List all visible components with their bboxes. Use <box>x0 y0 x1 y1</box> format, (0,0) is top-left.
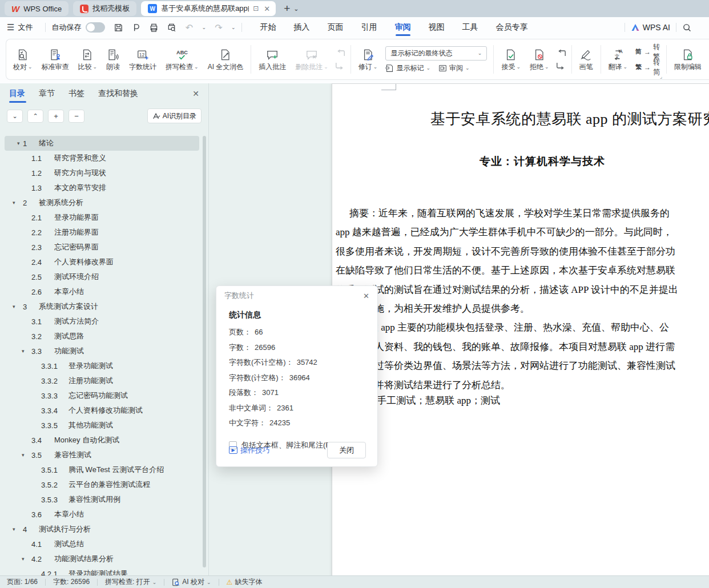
undo-icon[interactable]: ↶ <box>184 22 194 33</box>
tab-close-icon[interactable]: ✕ <box>263 5 271 13</box>
menu-tools[interactable]: 工具 <box>462 17 478 38</box>
tips-link[interactable]: ▶ 操作技巧 <box>229 445 270 456</box>
toc-item[interactable]: 3.5.3兼容性测试用例 <box>0 492 202 507</box>
toc-item[interactable]: 3.3.3忘记密码功能测试 <box>0 388 202 403</box>
menu-review[interactable]: 审阅 <box>395 17 411 38</box>
undo-chevron-icon[interactable]: ⌄ <box>202 25 206 30</box>
ai-polish-button[interactable]: AI 全文润色 <box>203 46 248 73</box>
insert-comment-button[interactable]: 插入批注 <box>254 46 291 73</box>
compare-button[interactable]: 比较⌄ <box>74 46 102 73</box>
status-word-count[interactable]: 字数: 26596 <box>53 577 90 587</box>
toc-item[interactable]: 4.2.1登录功能测试结果 <box>0 566 202 575</box>
to-simplified-button[interactable]: 繁→ 转简 <box>635 61 660 74</box>
markup-state-select[interactable]: 显示标记的最终状态⌄ <box>385 46 487 61</box>
collapse-triangle-icon[interactable]: ▾ <box>13 304 15 309</box>
show-markup-button[interactable]: 显示标记⌄ <box>385 63 430 73</box>
standard-review-button[interactable]: 标准审查 <box>37 46 74 73</box>
toc-item[interactable]: 3.3.4个人资料修改功能测试 <box>0 403 202 418</box>
new-tab-button[interactable]: + <box>284 2 290 15</box>
spell-check-button[interactable]: ABC 拼写检查⌄ <box>161 46 203 73</box>
next-change-icon[interactable] <box>556 61 566 70</box>
toc-item[interactable]: 2.1登录功能界面 <box>0 210 202 225</box>
delete-comment-button[interactable]: 删除批注⌄ <box>291 46 333 73</box>
collapse-triangle-icon[interactable]: ▾ <box>22 348 25 354</box>
status-spellcheck[interactable]: 拼写检查: 打开⌄ <box>105 577 156 587</box>
pane-tab-contents[interactable]: 目录 <box>9 83 25 104</box>
toc-item[interactable]: 2.3忘记密码界面 <box>0 240 202 255</box>
collapse-triangle-icon[interactable]: ▾ <box>13 200 15 206</box>
toc-item[interactable]: 3.5.2云平台的兼容性测试流程 <box>0 477 202 492</box>
toc-item[interactable]: ▾1绪论 <box>5 136 199 151</box>
toc-item[interactable]: 1.1研究背景和意义 <box>0 151 202 166</box>
status-missing-font[interactable]: ⚠ 缺失字体 <box>227 577 263 587</box>
word-count-button[interactable]: 12 字数统计 <box>124 46 161 73</box>
toc-item[interactable]: ▾2被测系统分析 <box>0 195 202 210</box>
close-button[interactable]: 关闭 <box>327 442 366 458</box>
toc-item[interactable]: ▾4.2功能测试结果分析 <box>0 551 202 566</box>
quickbar-chevron-icon[interactable]: ⌄ <box>231 25 236 30</box>
tab-docer-templates[interactable]: 找稻壳模板 <box>73 1 136 16</box>
toc-item[interactable]: 2.5测试环境介绍 <box>0 269 202 284</box>
search-icon[interactable] <box>682 23 692 33</box>
pane-tab-chapters[interactable]: 章节 <box>39 83 55 104</box>
toc-item[interactable]: 2.6本章小结 <box>0 284 202 299</box>
read-aloud-button[interactable]: 朗读 <box>102 46 124 73</box>
toc-item[interactable]: 3.3.5其他功能测试 <box>0 418 202 433</box>
toc-item[interactable]: 4.1测试总结 <box>0 537 202 551</box>
toc-item[interactable]: ▾3.3功能测试 <box>0 344 202 359</box>
status-ai-proofread[interactable]: AI 校对⌄ <box>172 577 211 587</box>
toc-item[interactable]: ▾3系统测试方案设计 <box>0 299 202 314</box>
toc-expand-button[interactable]: ⌄ <box>7 110 23 123</box>
group-expand-icon[interactable]: ⌟ <box>660 74 662 79</box>
menu-reference[interactable]: 引用 <box>361 17 377 38</box>
toc-item[interactable]: 1.2研究方向与现状 <box>0 166 202 180</box>
toc-collapse-button[interactable]: ⌃ <box>27 110 43 123</box>
toc-item[interactable]: 3.2测试思路 <box>0 329 202 344</box>
dialog-close-icon[interactable]: ✕ <box>363 292 369 300</box>
toc-zoom-in-button[interactable]: + <box>48 110 64 123</box>
document-permission-button[interactable]: 文档 <box>706 46 709 73</box>
translate-button[interactable]: 文A 翻译⌄ <box>604 46 633 73</box>
toc-item[interactable]: 3.4Monkey 自动化测试 <box>0 433 202 448</box>
tab-wps-office[interactable]: W WPS Office <box>5 1 69 16</box>
tab-preview-icon[interactable]: ⊡ <box>253 5 259 13</box>
save-icon[interactable] <box>113 22 123 33</box>
toc-item[interactable]: 2.4个人资料修改界面 <box>0 255 202 269</box>
to-traditional-button[interactable]: 简→ 转繁 <box>635 46 660 58</box>
document-page[interactable]: 基于安卓系统的慧易联 app 的测试方案研究 专业：计算机科学与技术 摘要：近年… <box>332 83 709 575</box>
toc-item[interactable]: 3.6本章小结 <box>0 507 202 522</box>
print-preview-icon[interactable] <box>166 22 176 33</box>
reject-button[interactable]: 拒绝⌄ <box>525 46 554 73</box>
toc-zoom-out-button[interactable]: − <box>69 110 84 123</box>
collapse-triangle-icon[interactable]: ▾ <box>22 556 25 562</box>
hamburger-icon[interactable]: ☰ <box>7 22 14 33</box>
collapse-triangle-icon[interactable]: ▾ <box>13 526 15 532</box>
next-comment-icon[interactable] <box>335 61 345 70</box>
restrict-editing-button[interactable]: 限制编辑 <box>670 46 706 73</box>
file-menu[interactable]: 文件 <box>18 22 33 33</box>
toc-item[interactable]: 2.2注册功能界面 <box>0 225 202 240</box>
wps-ai-button[interactable]: WPS AI <box>631 23 670 32</box>
tab-document[interactable]: W 基于安卓系统的慧易联app的 ⊡ ✕ <box>141 1 276 16</box>
toc-item[interactable]: ▾3.5兼容性测试 <box>0 448 202 462</box>
toc-item[interactable]: ▾4测试执行与分析 <box>0 522 202 537</box>
export-pdf-icon[interactable] <box>131 22 141 33</box>
collapse-triangle-icon[interactable]: ▾ <box>17 140 20 146</box>
pane-close-icon[interactable]: ✕ <box>192 89 199 98</box>
proofread-button[interactable]: 校对⌄ <box>9 46 37 73</box>
accept-button[interactable]: 接受⌄ <box>497 46 525 73</box>
menu-insert[interactable]: 插入 <box>294 17 310 38</box>
toc-item[interactable]: 3.1测试方法简介 <box>0 314 202 329</box>
pane-tab-find-replace[interactable]: 查找和替换 <box>98 83 138 104</box>
pane-tab-bookmarks[interactable]: 书签 <box>69 83 84 104</box>
toc-item[interactable]: 3.3.2注册功能测试 <box>0 373 202 388</box>
collapse-triangle-icon[interactable]: ▾ <box>22 452 25 458</box>
menu-home[interactable]: 开始 <box>260 17 276 38</box>
previous-comment-icon[interactable] <box>335 49 345 58</box>
toc-item[interactable]: 3.3.1登录功能测试 <box>0 359 202 373</box>
redo-icon[interactable]: ↷ <box>213 22 224 33</box>
toc-item[interactable]: 1.3本文的章节安排 <box>0 180 202 195</box>
toc-item[interactable]: 3.5.1腾讯 WeTest 云测试平台介绍 <box>0 462 202 477</box>
ai-recognize-toc-button[interactable]: AI识别目录 <box>147 108 202 123</box>
brush-button[interactable]: 画笔 <box>575 46 598 73</box>
